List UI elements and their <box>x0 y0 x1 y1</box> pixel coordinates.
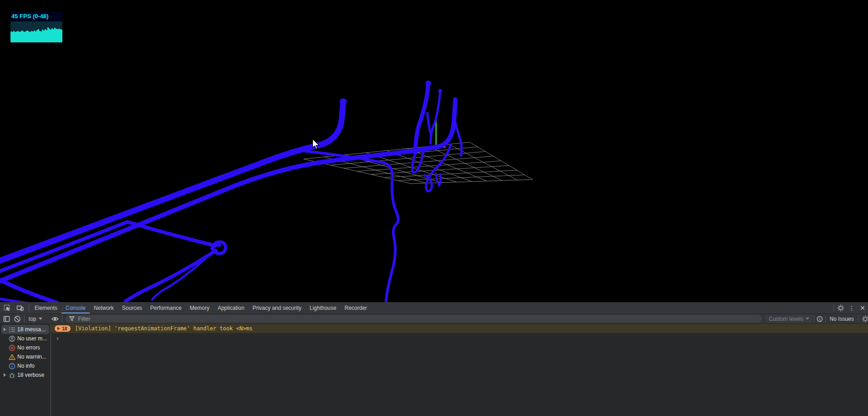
fps-stats-panel[interactable]: 45 FPS (0-48) <box>10 12 62 42</box>
fps-graph <box>10 21 62 42</box>
separator <box>825 315 826 323</box>
error-icon <box>9 344 15 351</box>
violation-message-text: [Violation] 'requestAnimationFrame' hand… <box>75 325 253 332</box>
separator <box>62 315 62 323</box>
sidebar-item-label: 18 verbose <box>17 372 44 378</box>
message-list-icon <box>9 326 15 333</box>
sidebar-item-errors[interactable]: No errors <box>1 343 49 352</box>
sidebar-item-info[interactable]: No info <box>1 361 49 370</box>
bug-icon <box>9 372 15 379</box>
console-prompt[interactable]: › <box>51 333 868 342</box>
info-icon <box>9 363 15 370</box>
devtools-panel: Elements Console Network Sources Perform… <box>0 302 868 416</box>
tab-lighthouse[interactable]: Lighthouse <box>305 303 340 313</box>
execution-context-selector[interactable]: top <box>26 315 45 323</box>
devtools-tabbar: Elements Console Network Sources Perform… <box>0 302 868 314</box>
repeat-count-badge[interactable]: 18 <box>55 325 71 332</box>
info-icon <box>816 314 824 324</box>
sidebar-item-warnings[interactable]: No warnin... <box>1 352 49 361</box>
warning-icon <box>9 354 15 360</box>
console-messages-pane[interactable]: 18 [Violation] 'requestAnimationFrame' h… <box>51 324 868 416</box>
tab-network[interactable]: Network <box>90 303 118 313</box>
filter-funnel-icon <box>69 316 75 321</box>
log-levels-dropdown[interactable]: Custom levels <box>766 315 812 323</box>
sidebar-item-verbose[interactable]: 18 verbose <box>1 370 49 380</box>
console-sidebar-toggle-icon[interactable] <box>1 314 12 324</box>
repeat-count: 18 <box>62 326 67 331</box>
tab-privacy-and-security[interactable]: Privacy and security <box>249 303 305 313</box>
context-label: top <box>29 316 36 322</box>
expand-triangle-icon <box>57 327 60 330</box>
separator <box>29 304 29 312</box>
fps-label: 45 FPS (0-48) <box>10 12 62 21</box>
chevron-down-icon <box>806 318 809 320</box>
filter-input[interactable] <box>77 315 759 323</box>
console-violation-message[interactable]: 18 [Violation] 'requestAnimationFrame' h… <box>51 324 868 333</box>
more-options-kebab-icon[interactable]: ⋮ <box>846 303 857 313</box>
console-toolbar: top Custom levels <box>0 314 868 324</box>
issues-counter[interactable]: No Issues <box>827 316 857 322</box>
expand-caret-icon[interactable] <box>2 328 7 331</box>
sidebar-item-all-messages[interactable]: 18 messa... <box>1 325 49 334</box>
chevron-down-icon <box>39 318 42 320</box>
create-live-expression-eye-icon[interactable] <box>50 314 61 324</box>
sidebar-item-user-messages[interactable]: No user m... <box>1 334 49 343</box>
expand-caret-icon[interactable] <box>2 373 7 377</box>
levels-label: Custom levels <box>769 316 803 322</box>
blue-curves <box>0 81 462 303</box>
console-settings-gear-icon[interactable] <box>860 314 868 324</box>
tab-elements[interactable]: Elements <box>30 303 61 313</box>
webgl-canvas[interactable] <box>0 0 868 302</box>
separator <box>858 315 858 323</box>
tab-console[interactable]: Console <box>61 303 90 313</box>
sidebar-item-label: No info <box>17 363 35 369</box>
sidebar-item-label: No warnin... <box>17 354 46 360</box>
close-devtools-icon[interactable]: ✕ <box>857 303 868 313</box>
prompt-chevron-icon: › <box>56 334 60 343</box>
sidebar-item-label: 18 messa... <box>17 326 46 333</box>
clear-console-icon[interactable] <box>12 314 23 324</box>
settings-gear-icon[interactable] <box>835 303 846 313</box>
device-toolbar-icon[interactable] <box>15 303 25 313</box>
tab-application[interactable]: Application <box>213 303 249 313</box>
tab-recorder[interactable]: Recorder <box>340 303 371 313</box>
console-filter-field[interactable] <box>66 315 762 323</box>
console-sidebar: 18 messa... No user m... <box>0 324 51 416</box>
sidebar-item-label: No user m... <box>17 335 47 342</box>
tab-sources[interactable]: Sources <box>118 303 146 313</box>
separator <box>814 315 814 323</box>
tab-memory[interactable]: Memory <box>186 303 213 313</box>
user-icon <box>9 335 15 342</box>
sidebar-item-label: No errors <box>17 344 40 351</box>
tab-performance[interactable]: Performance <box>146 303 186 313</box>
application-window: 45 FPS (0-48) E <box>0 0 868 416</box>
separator <box>24 315 25 323</box>
inspect-element-icon[interactable] <box>2 303 13 313</box>
separator <box>833 304 834 312</box>
